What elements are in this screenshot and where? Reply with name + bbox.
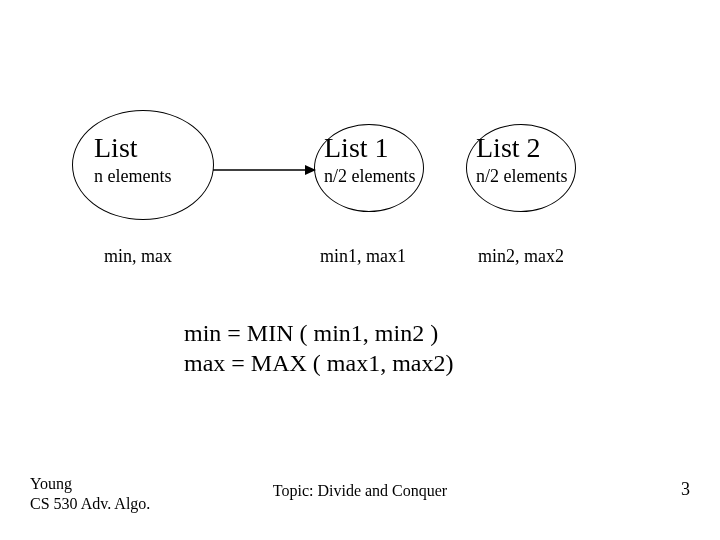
list2-title: List 2 [476,132,541,164]
list-title: List [94,132,138,164]
equation-max: max = MAX ( max1, max2) [184,350,453,377]
list2-result: min2, max2 [478,246,564,267]
arrow-split [213,160,316,180]
svg-marker-1 [305,165,316,175]
equation-min: min = MIN ( min1, min2 ) [184,320,438,347]
list1-title: List 1 [324,132,389,164]
list2-sub: n/2 elements [476,166,567,187]
ellipse-list [72,110,214,220]
footer-topic: Topic: Divide and Conquer [0,482,720,500]
page-number: 3 [681,479,690,500]
list-result: min, max [104,246,172,267]
list1-sub: n/2 elements [324,166,415,187]
list-sub: n elements [94,166,171,187]
slide: List n elements List 1 n/2 elements List… [0,0,720,540]
list1-result: min1, max1 [320,246,406,267]
